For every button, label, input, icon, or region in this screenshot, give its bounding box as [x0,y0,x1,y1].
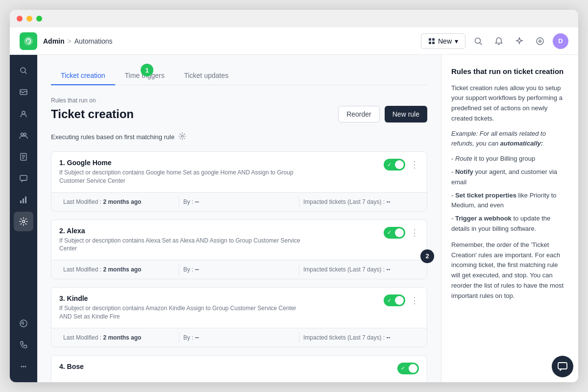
right-panel-dash1: - Route it to your Billing group [451,154,568,164]
topnav-actions: New ▾ D [421,33,568,49]
tab-ticket-updates[interactable]: Ticket updates [174,67,239,85]
sidebar-item-reports[interactable] [14,190,33,210]
rules-title: Ticket creation Reorder New rule [51,106,427,122]
svg-rect-4 [432,42,435,44]
topnav: Admin > Automations New ▾ D [10,27,578,55]
brand-logo [20,32,37,50]
rule-1-toggle[interactable]: ✓ [384,159,405,171]
rule-1-more[interactable]: ⋮ [410,159,419,170]
svg-point-11 [24,133,26,136]
right-panel-para3: Remember, the order of the 'Ticket Creat… [451,240,568,301]
rules-label: Rules that run on [51,97,427,104]
new-rule-button[interactable]: New rule [385,106,427,122]
svg-rect-23 [558,363,567,369]
svg-rect-1 [429,38,431,41]
rule-3-title: 3. Kindle [59,294,384,302]
sidebar-item-search[interactable] [14,61,33,80]
sidebar-item-teams[interactable] [14,125,33,145]
svg-rect-3 [429,42,431,44]
svg-point-22 [181,135,183,137]
minimize-dot[interactable] [26,16,32,22]
search-button[interactable] [470,33,486,49]
right-panel-para1: Ticket creation rules allow you to setup… [451,83,568,124]
sparkle-button[interactable] [512,33,527,49]
tour-badge-1: 1 [141,64,153,76]
sidebar [10,55,37,382]
sidebar-item-support[interactable] [14,314,33,333]
chat-button[interactable] [552,356,573,377]
rules-list: 1. Google Home If Subject or description… [51,151,427,382]
rules-header: Rules that run on Ticket creation Reorde… [51,97,427,122]
rule-1-desc: If Subject or description contains Googl… [59,169,304,185]
notification-button[interactable] [491,33,507,49]
right-panel-para2: Example: For all emails related to refun… [451,129,568,149]
rule-1-title: 1. Google Home [59,159,384,167]
rule-4-title: 4. Bose [59,363,397,370]
rule-3-footer: Last Modified : 2 months ago By : -- Imp… [51,328,427,347]
rule-card-2: 2. Alexa If Subject or description conta… [51,220,427,280]
rule-card-3: 3. Kindle If Subject or description cont… [51,287,427,347]
rule-2-toggle[interactable]: ✓ [384,227,405,239]
grid-button[interactable] [532,33,548,49]
rule-2-more[interactable]: ⋮ [410,227,419,238]
right-panel-title: Rules that run on ticket creation [451,67,568,76]
tabs-container: Ticket creation Time triggers Ticket upd… [51,67,427,85]
sidebar-item-contacts[interactable] [14,104,33,123]
breadcrumb-admin[interactable]: Admin [43,37,65,45]
svg-point-10 [21,133,24,136]
svg-point-9 [22,111,25,114]
executing-settings-icon[interactable] [178,132,186,142]
svg-rect-14 [20,200,22,203]
breadcrumb: Admin > Automations [43,37,113,45]
sidebar-item-inbox[interactable] [14,82,33,102]
svg-rect-13 [20,175,27,180]
new-icon [428,38,435,45]
rule-card-4: 4. Bose ✓ [51,355,427,382]
rule-2-desc: If Subject or description contains Alexa… [59,237,304,253]
svg-point-17 [23,220,25,223]
sidebar-item-chat[interactable] [14,169,33,188]
breadcrumb-current: Automations [74,37,113,45]
new-button[interactable]: New ▾ [421,33,466,49]
right-panel-dash3: - Set ticket properties like Priority to… [451,191,568,211]
svg-rect-15 [23,198,24,203]
rule-3-more[interactable]: ⋮ [410,295,419,306]
rule-1-footer: Last Modified : 2 months ago By : -- Imp… [51,192,427,211]
sidebar-item-phone[interactable] [14,335,33,355]
rule-card-1: 1. Google Home If Subject or description… [51,151,427,212]
executing-label: Executing rules based on first matching … [51,132,427,142]
svg-point-20 [23,366,24,368]
rule-2-title: 2. Alexa [59,227,384,235]
sidebar-item-settings[interactable] [14,212,33,231]
right-panel-dash2: - Notify your agent, and customer via em… [451,167,568,188]
svg-point-21 [25,366,26,368]
rules-title-actions: Reorder New rule [338,106,427,122]
tour-badge-2: 2 [420,249,434,263]
tab-ticket-creation[interactable]: Ticket creation [51,67,115,85]
breadcrumb-separator: > [68,37,72,45]
sidebar-item-knowledge[interactable] [14,147,33,167]
titlebar [10,10,578,27]
avatar[interactable]: D [553,33,568,49]
svg-point-19 [21,366,23,368]
svg-point-5 [475,38,481,43]
rule-4-toggle[interactable]: ✓ [397,363,419,374]
svg-point-0 [24,37,33,46]
right-panel-dash4: - Trigger a webhook to update the detail… [451,214,568,234]
maximize-dot[interactable] [36,16,42,22]
sidebar-item-apps[interactable] [14,357,33,376]
rule-3-toggle[interactable]: ✓ [384,294,405,306]
right-panel: Rules that run on ticket creation Ticket… [441,55,578,382]
svg-rect-2 [432,38,435,41]
rule-2-footer: Last Modified : 2 months ago By : -- Imp… [51,260,427,279]
close-dot[interactable] [17,16,23,22]
svg-rect-16 [25,196,26,203]
rule-3-desc: If Subject or description contains Amazo… [59,304,304,321]
content-area: Ticket creation Time triggers Ticket upd… [37,55,441,382]
reorder-button[interactable]: Reorder [338,106,380,122]
